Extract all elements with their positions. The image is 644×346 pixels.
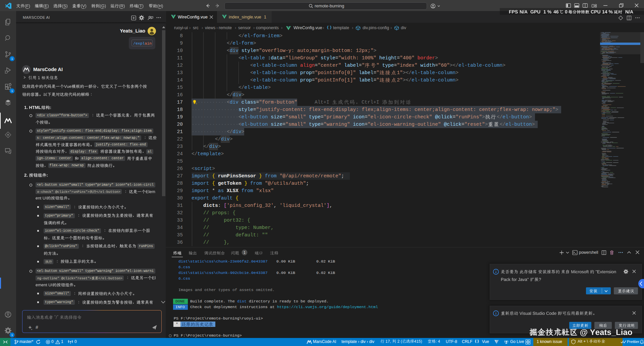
svg-text:1: 1 xyxy=(244,251,246,254)
